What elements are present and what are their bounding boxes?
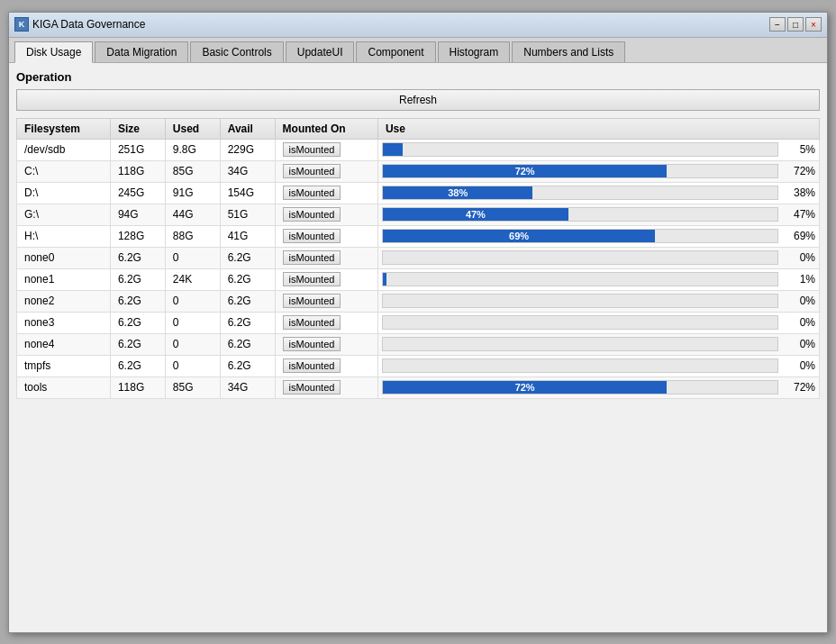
usage-pct-label: 0% bbox=[784, 295, 815, 307]
cell-avail: 41G bbox=[220, 225, 275, 247]
cell-filesystem: C:\ bbox=[17, 160, 111, 182]
cell-avail: 229G bbox=[220, 139, 275, 160]
cell-avail: 34G bbox=[220, 160, 275, 182]
tab-histogram[interactable]: Histogram bbox=[438, 41, 511, 62]
cell-mounted: isMounted bbox=[275, 268, 377, 290]
cell-used: 24K bbox=[165, 268, 220, 290]
usage-bar-fill: 72% bbox=[383, 165, 667, 177]
cell-used: 91G bbox=[165, 182, 220, 204]
cell-use: 47% 47% bbox=[377, 204, 819, 225]
table-row: /dev/sdb 251G 9.8G 229G isMounted 5% bbox=[17, 139, 820, 160]
cell-size: 118G bbox=[110, 376, 165, 398]
cell-used: 88G bbox=[165, 225, 220, 247]
is-mounted-button[interactable]: isMounted bbox=[283, 337, 341, 351]
col-size: Size bbox=[110, 118, 165, 139]
cell-filesystem: tools bbox=[17, 376, 111, 398]
main-window: K KIGA Data Governance − □ × Disk Usage … bbox=[8, 12, 828, 633]
col-use: Use bbox=[377, 118, 819, 139]
table-row: H:\ 128G 88G 41G isMounted 69% 69% bbox=[17, 225, 820, 247]
table-row: none1 6.2G 24K 6.2G isMounted 1% bbox=[17, 268, 820, 290]
tab-bar: Disk Usage Data Migration Basic Controls… bbox=[9, 38, 827, 63]
cell-size: 6.2G bbox=[110, 290, 165, 312]
cell-size: 128G bbox=[110, 225, 165, 247]
cell-mounted: isMounted bbox=[275, 225, 377, 247]
minimize-button[interactable]: − bbox=[769, 17, 786, 32]
is-mounted-button[interactable]: isMounted bbox=[283, 229, 341, 243]
cell-used: 9.8G bbox=[165, 139, 220, 160]
bar-label-inside: 72% bbox=[515, 166, 535, 177]
col-used: Used bbox=[165, 118, 220, 139]
usage-pct-label: 47% bbox=[784, 208, 815, 221]
cell-used: 0 bbox=[165, 355, 220, 376]
is-mounted-button[interactable]: isMounted bbox=[283, 207, 341, 222]
cell-use: 69% 69% bbox=[377, 225, 819, 247]
cell-avail: 6.2G bbox=[220, 312, 275, 333]
usage-pct-label: 0% bbox=[784, 316, 815, 329]
cell-use: 72% 72% bbox=[377, 160, 819, 182]
table-row: tmpfs 6.2G 0 6.2G isMounted 0% bbox=[17, 355, 820, 376]
is-mounted-button[interactable]: isMounted bbox=[283, 315, 341, 330]
usage-pct-label: 0% bbox=[784, 338, 815, 350]
tab-data-migration[interactable]: Data Migration bbox=[95, 41, 188, 62]
bar-label-inside: 47% bbox=[466, 209, 486, 220]
cell-filesystem: /dev/sdb bbox=[17, 139, 111, 160]
table-row: none4 6.2G 0 6.2G isMounted 0% bbox=[17, 333, 820, 355]
window-controls: − □ × bbox=[769, 17, 822, 32]
disk-usage-table: Filesystem Size Used Avail Mounted On Us… bbox=[16, 118, 820, 399]
cell-used: 0 bbox=[165, 290, 220, 312]
table-row: C:\ 118G 85G 34G isMounted 72% 72% bbox=[17, 160, 820, 182]
cell-filesystem: none1 bbox=[17, 268, 111, 290]
usage-bar-container: 69% bbox=[382, 229, 778, 243]
cell-use: 5% bbox=[377, 139, 819, 160]
cell-mounted: isMounted bbox=[275, 333, 377, 355]
cell-use: 0% bbox=[377, 290, 819, 312]
is-mounted-button[interactable]: isMounted bbox=[283, 272, 341, 286]
col-filesystem: Filesystem bbox=[17, 118, 111, 139]
is-mounted-button[interactable]: isMounted bbox=[283, 294, 341, 308]
usage-bar-fill bbox=[383, 143, 403, 156]
tab-basic-controls[interactable]: Basic Controls bbox=[190, 41, 283, 62]
content-area: Operation Refresh Filesystem Size Used A… bbox=[9, 63, 827, 632]
is-mounted-button[interactable]: isMounted bbox=[283, 358, 341, 373]
usage-bar-container: 72% bbox=[382, 164, 778, 178]
table-row: D:\ 245G 91G 154G isMounted 38% 38% bbox=[17, 182, 820, 204]
is-mounted-button[interactable]: isMounted bbox=[283, 250, 341, 265]
window-title: KIGA Data Governance bbox=[32, 18, 145, 31]
tab-component[interactable]: Component bbox=[356, 41, 435, 62]
cell-filesystem: none0 bbox=[17, 247, 111, 268]
cell-size: 6.2G bbox=[110, 312, 165, 333]
usage-bar-container: 38% bbox=[382, 186, 778, 200]
bar-label-inside: 69% bbox=[509, 231, 529, 241]
cell-used: 0 bbox=[165, 312, 220, 333]
is-mounted-button[interactable]: isMounted bbox=[283, 380, 341, 395]
cell-filesystem: none2 bbox=[17, 290, 111, 312]
cell-size: 118G bbox=[110, 160, 165, 182]
title-bar: K KIGA Data Governance − □ × bbox=[9, 13, 827, 38]
title-bar-left: K KIGA Data Governance bbox=[14, 17, 145, 32]
refresh-button[interactable]: Refresh bbox=[16, 89, 820, 111]
cell-avail: 6.2G bbox=[220, 268, 275, 290]
is-mounted-button[interactable]: isMounted bbox=[283, 186, 341, 200]
cell-size: 94G bbox=[110, 204, 165, 225]
tab-disk-usage[interactable]: Disk Usage bbox=[14, 41, 93, 63]
cell-use: 0% bbox=[377, 355, 819, 376]
tab-updateui[interactable]: UpdateUI bbox=[286, 41, 355, 62]
table-row: none3 6.2G 0 6.2G isMounted 0% bbox=[17, 312, 820, 333]
cell-use: 72% 72% bbox=[377, 376, 819, 398]
usage-pct-label: 0% bbox=[784, 251, 815, 264]
tab-numbers-and-lists[interactable]: Numbers and Lists bbox=[512, 41, 625, 62]
cell-avail: 6.2G bbox=[220, 290, 275, 312]
maximize-button[interactable]: □ bbox=[787, 17, 804, 32]
cell-filesystem: tmpfs bbox=[17, 355, 111, 376]
is-mounted-button[interactable]: isMounted bbox=[283, 164, 341, 178]
is-mounted-button[interactable]: isMounted bbox=[283, 142, 341, 157]
cell-mounted: isMounted bbox=[275, 355, 377, 376]
usage-pct-label: 72% bbox=[784, 165, 815, 177]
usage-bar-fill bbox=[383, 273, 386, 286]
cell-avail: 154G bbox=[220, 182, 275, 204]
section-label: Operation bbox=[16, 70, 820, 84]
cell-mounted: isMounted bbox=[275, 247, 377, 268]
usage-bar-container: 72% bbox=[382, 380, 778, 395]
usage-bar-container bbox=[382, 250, 778, 265]
close-button[interactable]: × bbox=[805, 17, 822, 32]
